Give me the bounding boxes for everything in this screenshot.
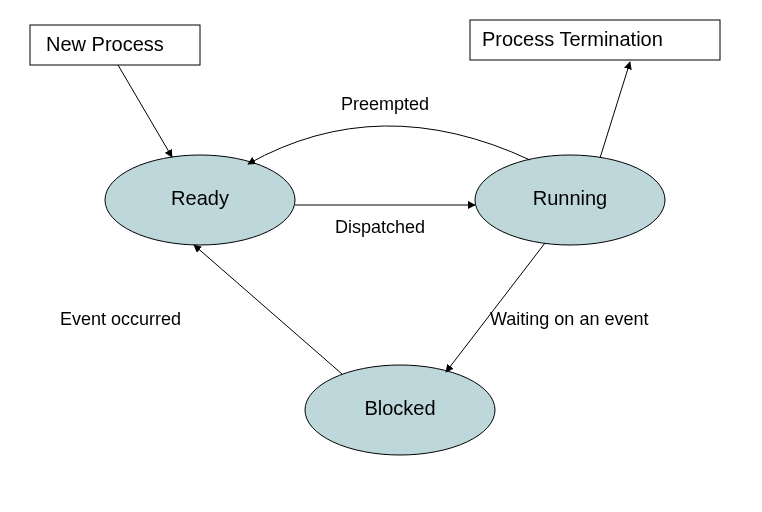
- edge-waiting: [446, 243, 545, 372]
- edge-event-occurred: [194, 245, 342, 374]
- state-running-label: Running: [533, 187, 608, 209]
- state-ready-label: Ready: [171, 187, 229, 209]
- edge-new-to-ready: [118, 65, 172, 157]
- termination-label: Process Termination: [482, 28, 663, 50]
- new-process-label: New Process: [46, 33, 164, 55]
- edge-waiting-label: Waiting on an event: [490, 309, 648, 329]
- edge-dispatched-label: Dispatched: [335, 217, 425, 237]
- edge-event-occurred-label: Event occurred: [60, 309, 181, 329]
- edge-preempted-label: Preempted: [341, 94, 429, 114]
- edge-preempted: [248, 126, 530, 164]
- edge-running-to-termination: [600, 62, 630, 158]
- state-blocked-label: Blocked: [364, 397, 435, 419]
